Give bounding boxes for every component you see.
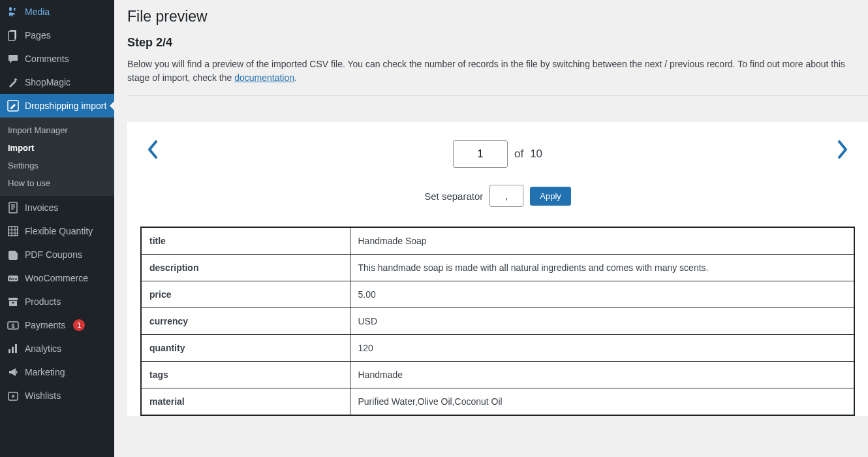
sidebar-item-payments[interactable]: $Payments1 [0, 313, 114, 337]
sidebar-item-label: Invoices [25, 202, 58, 213]
sidebar-item-label: Media [25, 6, 50, 18]
preview-table: titleHandmade SoapdescriptionThis handma… [140, 227, 855, 416]
pdf-icon [7, 248, 20, 261]
sidebar-item-comments[interactable]: Comments [0, 47, 114, 71]
pager-center: of 10 [453, 140, 542, 168]
field-value: Handmade Soap [350, 227, 854, 255]
apply-button[interactable]: Apply [530, 187, 571, 206]
submenu-item-import[interactable]: Import [0, 139, 114, 157]
svg-rect-14 [15, 344, 17, 353]
edit-icon [7, 99, 20, 112]
table-row: titleHandmade Soap [141, 227, 854, 255]
comments-icon [7, 52, 20, 65]
page-title: File preview [127, 8, 868, 25]
field-value: USD [350, 308, 854, 335]
field-key: price [141, 281, 350, 308]
table-row: currencyUSD [141, 308, 854, 335]
table-row: quantity120 [141, 335, 854, 362]
sidebar-item-marketing[interactable]: Marketing [0, 360, 114, 384]
admin-sidebar: MediaPagesCommentsShopMagicDropshipping … [0, 0, 114, 457]
separator-row: Set separator Apply [127, 185, 868, 227]
submenu-item-import-manager[interactable]: Import Manager [0, 121, 114, 139]
notification-badge: 1 [73, 319, 85, 331]
chevron-left-icon [147, 140, 159, 159]
wand-icon [7, 76, 20, 89]
svg-rect-7 [8, 298, 18, 300]
field-key: title [141, 227, 350, 255]
sidebar-submenu: Import ManagerImportSettingsHow to use [0, 118, 114, 196]
marketing-icon [7, 366, 20, 379]
field-value: Purified Water,Olive Oil,Coconut Oil [350, 388, 854, 416]
woo-icon: Woo [7, 272, 20, 285]
field-value: 120 [350, 335, 854, 362]
sidebar-item-wishlists[interactable]: Wishlists [0, 384, 114, 407]
wishlist-icon [7, 389, 20, 402]
prev-record-button[interactable] [147, 140, 159, 159]
svg-rect-12 [8, 349, 10, 353]
submenu-item-settings[interactable]: Settings [0, 157, 114, 174]
sidebar-item-label: Marketing [25, 366, 65, 378]
pages-icon [7, 29, 20, 42]
field-value: This handmade soap is made with all natu… [350, 255, 854, 281]
sidebar-item-pages[interactable]: Pages [0, 24, 114, 47]
sidebar-item-label: Comments [25, 53, 69, 65]
payments-icon: $ [7, 319, 20, 332]
sidebar-item-shopmagic[interactable]: ShopMagic [0, 71, 114, 94]
table-row: descriptionThis handmade soap is made wi… [141, 255, 854, 281]
intro-text-b: . [294, 72, 297, 83]
sidebar-item-label: Dropshipping import [25, 100, 106, 112]
sidebar-item-pdf-coupons[interactable]: PDF Coupons [0, 243, 114, 266]
field-key: currency [141, 308, 350, 335]
next-record-button[interactable] [837, 140, 848, 159]
sidebar-item-dropshipping-import[interactable]: Dropshipping import [0, 94, 114, 118]
sidebar-item-media[interactable]: Media [0, 0, 114, 24]
documentation-link[interactable]: documentation [234, 72, 294, 83]
table-row: materialPurified Water,Olive Oil,Coconut… [141, 388, 854, 416]
media-icon [7, 5, 20, 18]
sidebar-item-woocommerce[interactable]: WooWooCommerce [0, 266, 114, 290]
sidebar-item-products[interactable]: Products [0, 290, 114, 313]
sidebar-item-analytics[interactable]: Analytics [0, 337, 114, 360]
grid-icon [7, 225, 20, 238]
field-value: 5.00 [350, 281, 854, 308]
field-key: quantity [141, 335, 350, 362]
sidebar-item-label: Analytics [25, 343, 61, 355]
field-key: description [141, 255, 350, 281]
sidebar-item-invoices[interactable]: Invoices [0, 196, 114, 219]
sidebar-item-label: PDF Coupons [25, 249, 82, 260]
pager-total: 10 [530, 148, 542, 161]
field-key: material [141, 388, 350, 416]
chevron-right-icon [837, 140, 848, 159]
invoice-icon [7, 201, 20, 214]
table-row: price5.00 [141, 281, 854, 308]
table-row: tagsHandmade [141, 362, 854, 388]
sidebar-item-label: WooCommerce [25, 272, 88, 284]
analytics-icon [7, 342, 20, 355]
svg-text:$: $ [11, 323, 14, 329]
sidebar-item-label: Wishlists [25, 390, 61, 402]
field-key: tags [141, 362, 350, 388]
intro-text: Below you will find a preview of the imp… [127, 57, 868, 85]
sidebar-item-label: ShopMagic [25, 76, 70, 88]
sidebar-item-flexible-quantity[interactable]: Flexible Quantity [0, 219, 114, 243]
sidebar-item-label: Products [25, 296, 61, 307]
separator-input[interactable] [489, 185, 523, 207]
svg-text:Woo: Woo [9, 277, 18, 281]
separator-label: Set separator [424, 191, 483, 202]
svg-rect-4 [8, 227, 18, 236]
archive-icon [7, 295, 20, 308]
svg-rect-9 [12, 302, 14, 304]
sidebar-item-label: Payments [25, 319, 65, 331]
sidebar-item-label: Pages [25, 29, 51, 41]
step-heading: Step 2/4 [127, 36, 868, 50]
svg-rect-8 [9, 301, 17, 306]
main-content: File preview Step 2/4 Below you will fin… [114, 0, 868, 457]
field-value: Handmade [350, 362, 854, 388]
submenu-item-how-to-use[interactable]: How to use [0, 174, 114, 192]
svg-rect-1 [8, 31, 15, 40]
pager-of-label: of [514, 148, 523, 161]
divider [127, 95, 868, 96]
preview-panel: of 10 Set separator Apply titleHandmade … [127, 122, 868, 416]
page-input[interactable] [453, 140, 508, 168]
sidebar-item-label: Flexible Quantity [25, 225, 93, 237]
